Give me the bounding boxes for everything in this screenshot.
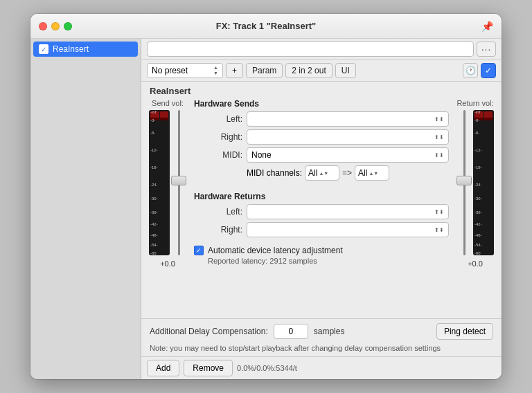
- sends-left-select[interactable]: ⬆⬇: [247, 111, 449, 127]
- send-fader[interactable]: [171, 110, 186, 255]
- meter-label-18: -18-: [150, 165, 158, 170]
- preset-arrows[interactable]: ▲ ▼: [213, 65, 218, 76]
- midi-ch-to-value: All: [358, 168, 367, 178]
- checkmark-icon: ✓: [485, 66, 492, 75]
- sends-right-arrow: ⬆⬇: [434, 134, 444, 140]
- auto-latency-label: Automatic device latency adjustment: [208, 246, 343, 255]
- menu-dots-button[interactable]: ···: [477, 42, 496, 57]
- return-meter-label-54: -54-: [475, 243, 482, 247]
- minimize-button[interactable]: [51, 22, 60, 30]
- toolbar: No preset ▲ ▼ + Param 2 in 2 out UI 🕐 ✓: [141, 60, 502, 82]
- delay-input[interactable]: 0: [274, 324, 308, 339]
- send-vol-label: Send vol:: [152, 99, 184, 107]
- add-button[interactable]: Add: [147, 360, 179, 376]
- sends-right-select[interactable]: ⬆⬇: [247, 129, 449, 145]
- latency-section: ✓ Automatic device latency adjustment Re…: [194, 246, 449, 265]
- meter-label-60: -60: [150, 251, 157, 255]
- return-meter-label-18: -18-: [475, 165, 482, 170]
- sends-midi-select[interactable]: None ⬆⬇: [247, 147, 449, 163]
- sends-left-label: Left:: [194, 114, 242, 124]
- return-meter-label-6: -6-: [475, 131, 479, 135]
- returns-left-row: Left: ⬆⬇: [194, 204, 449, 219]
- meter-label-6: -6-: [150, 131, 155, 135]
- pin-icon[interactable]: 📌: [481, 21, 493, 32]
- hardware-sends-section: Hardware Sends Left: ⬆⬇ Right:: [194, 99, 449, 186]
- midi-ch-from-value: All: [308, 168, 317, 178]
- return-meter-right: [484, 111, 493, 254]
- return-meter-label-30: -30-: [475, 196, 482, 201]
- preset-up-arrow[interactable]: ▲: [213, 65, 218, 71]
- sends-midi-value: None: [251, 150, 272, 160]
- meter-label-30: -30-: [150, 196, 158, 201]
- ui-button[interactable]: UI: [335, 63, 356, 78]
- return-meter-label-24: -24-: [475, 183, 482, 187]
- bottom-area: Additional Delay Compensation: 0 samples…: [141, 318, 502, 356]
- hardware-sends-title: Hardware Sends: [194, 99, 449, 109]
- send-channel-strip: Send vol:: [147, 99, 188, 316]
- hardware-returns-section: Hardware Returns Left: ⬆⬇ Right:: [194, 192, 449, 240]
- meter-label-36: -36-: [150, 210, 158, 214]
- returns-left-select[interactable]: ⬆⬇: [247, 204, 449, 219]
- preset-select[interactable]: No preset ▲ ▼: [147, 63, 223, 78]
- sends-midi-label: MIDI:: [194, 150, 242, 160]
- returns-right-row: Right: ⬆⬇: [194, 222, 449, 237]
- midi-from-arrows: ▲▼: [319, 171, 328, 176]
- center-panel: Hardware Sends Left: ⬆⬇ Right:: [191, 99, 452, 316]
- window-title: FX: Track 1 "ReaInsert": [216, 21, 317, 31]
- enable-button[interactable]: ✓: [481, 63, 496, 78]
- sidebar-item-reinsert[interactable]: ✓ ReaInsert: [33, 42, 138, 57]
- returns-left-label: Left:: [194, 207, 242, 217]
- returns-right-arrow: ⬆⬇: [434, 227, 444, 233]
- return-fader-handle[interactable]: [456, 176, 472, 185]
- close-button[interactable]: [39, 22, 47, 30]
- plus-button[interactable]: +: [226, 63, 243, 78]
- meter-label-54: -54-: [150, 243, 158, 247]
- sends-left-row: Left: ⬆⬇: [194, 111, 449, 127]
- return-meter-label-inf: -inf: [475, 110, 480, 114]
- return-vol-value: +0.0: [468, 259, 483, 268]
- checkbox-icon: ✓: [39, 44, 48, 54]
- meter-label-inf: -inf: [150, 110, 156, 114]
- samples-label: samples: [314, 327, 345, 336]
- returns-right-label: Right:: [194, 225, 242, 235]
- midi-ch-from-select[interactable]: All ▲▼: [305, 165, 339, 181]
- return-meter-label-42: -42-: [475, 222, 482, 226]
- return-meter-label-12: -12-: [475, 148, 482, 152]
- note-text: Note: you may need to stop/start playbac…: [150, 344, 493, 352]
- status-text: 0.0%/0.0%:5344/t: [237, 364, 297, 372]
- maximize-button[interactable]: [64, 22, 72, 30]
- sends-right-row: Right: ⬆⬇: [194, 129, 449, 145]
- send-fader-handle[interactable]: [171, 176, 186, 185]
- midi-channels-row: MIDI channels: All ▲▼ => All ▲▼: [194, 165, 449, 181]
- sends-midi-row: MIDI: None ⬆⬇: [194, 147, 449, 163]
- send-meter-right: [160, 111, 169, 254]
- history-button[interactable]: 🕐: [463, 63, 478, 78]
- midi-to-arrows: ▲▼: [369, 171, 378, 176]
- sends-left-arrow: ⬆⬇: [434, 116, 444, 122]
- sends-right-label: Right:: [194, 132, 242, 142]
- ping-detect-button[interactable]: Ping detect: [436, 323, 493, 340]
- search-input[interactable]: [147, 42, 474, 57]
- returns-right-select[interactable]: ⬆⬇: [247, 222, 449, 237]
- returns-left-arrow: ⬆⬇: [434, 209, 444, 215]
- return-meter-label-60: -60: [475, 251, 481, 255]
- fx-window: FX: Track 1 "ReaInsert" 📌 ✓ ReaInsert ··…: [30, 14, 502, 379]
- auto-latency-checkbox[interactable]: ✓: [194, 246, 204, 255]
- param-button[interactable]: Param: [246, 63, 283, 78]
- remove-button[interactable]: Remove: [184, 360, 233, 376]
- reported-latency: Reported latency: 2912 samples: [194, 257, 449, 265]
- sends-midi-arrow: ⬆⬇: [434, 152, 444, 158]
- return-channel-strip: Return vol:: [454, 99, 496, 316]
- return-meter-label-36: -36-: [475, 210, 482, 214]
- return-fader[interactable]: [456, 110, 472, 255]
- meter-label-24: -24-: [150, 183, 158, 187]
- meter-label-0: -0-: [150, 118, 155, 122]
- midi-ch-to-select[interactable]: All ▲▼: [355, 165, 389, 181]
- delay-row: Additional Delay Compensation: 0 samples…: [150, 323, 493, 340]
- plugin-body: ReaInsert Send vol:: [141, 82, 502, 356]
- clock-icon: 🕐: [466, 66, 476, 75]
- preset-down-arrow[interactable]: ▼: [213, 71, 218, 76]
- return-vol-label: Return vol:: [456, 99, 493, 107]
- io-button[interactable]: 2 in 2 out: [285, 63, 332, 78]
- meter-label-12: -12-: [150, 148, 158, 152]
